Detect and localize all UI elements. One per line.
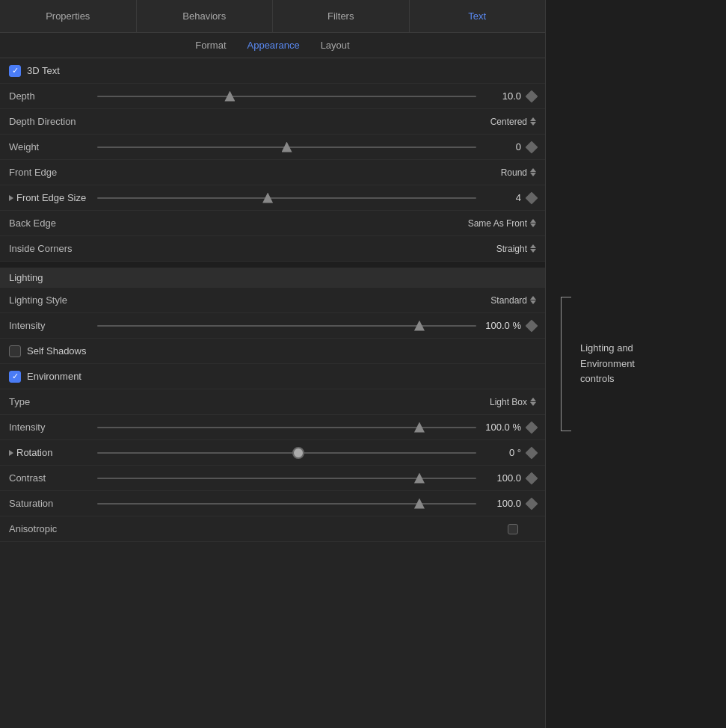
front-edge-up[interactable] [530, 168, 536, 172]
depth-direction-stepper[interactable]: Centered [490, 117, 536, 127]
front-edge-size-keyframe-icon[interactable] [526, 191, 538, 204]
contrast-row: Contrast 100.0 [0, 466, 545, 491]
front-edge-stepper[interactable]: Round [501, 167, 536, 178]
saturation-value[interactable]: 100.0 [482, 498, 521, 509]
env-type-value: Light Box [490, 397, 527, 407]
annotation-line2: Environment [580, 357, 635, 372]
intensity1-value[interactable]: 100.0 % [482, 320, 521, 331]
saturation-row: Saturation 100.0 [0, 491, 545, 516]
top-tab-bar: Properties Behaviors Filters Text [0, 0, 545, 33]
3d-text-label: 3D Text [27, 65, 60, 76]
rotation-keyframe-icon[interactable] [526, 446, 538, 459]
lighting-style-down[interactable] [530, 300, 536, 304]
depth-direction-value: Centered [490, 117, 527, 127]
weight-keyframe-icon[interactable] [526, 141, 538, 153]
back-edge-down[interactable] [530, 223, 536, 227]
self-shadows-checkbox[interactable] [9, 345, 21, 357]
weight-value[interactable]: 0 [482, 141, 521, 152]
weight-slider[interactable] [97, 146, 476, 148]
env-type-down[interactable] [530, 402, 536, 406]
contrast-label: Contrast [9, 472, 91, 484]
front-edge-size-expander[interactable]: Front Edge Size [9, 192, 91, 203]
back-edge-stepper[interactable]: Same As Front [468, 218, 536, 229]
annotation-line3: controls [580, 371, 635, 387]
depth-label: Depth [9, 90, 91, 102]
rotation-value[interactable]: 0 ° [482, 447, 521, 458]
front-edge-down[interactable] [530, 173, 536, 176]
tab-text[interactable]: Text [410, 0, 546, 32]
intensity1-row: Intensity 100.0 % [0, 313, 545, 339]
tab-properties[interactable]: Properties [0, 0, 137, 32]
front-edge-label: Front Edge [9, 167, 91, 178]
lighting-style-stepper[interactable]: Standard [490, 295, 536, 306]
depth-keyframe-icon[interactable] [526, 90, 538, 102]
env-type-stepper[interactable]: Light Box [490, 397, 536, 407]
inside-corners-stepper[interactable]: Straight [496, 244, 536, 254]
lighting-style-up[interactable] [530, 296, 536, 300]
back-edge-value: Same As Front [468, 218, 527, 229]
depth-direction-label: Depth Direction [9, 116, 91, 127]
intensity2-keyframe-icon[interactable] [526, 421, 538, 434]
3d-text-row: 3D Text [0, 58, 545, 84]
contrast-slider[interactable] [97, 478, 476, 479]
annotation-text-block: Lighting and Environment controls [580, 341, 635, 387]
front-edge-size-slider[interactable] [97, 197, 476, 199]
depth-direction-up[interactable] [530, 117, 536, 121]
lighting-section-header: Lighting [0, 268, 545, 288]
sub-tab-bar: Format Appearance Layout [0, 33, 545, 58]
intensity1-keyframe-icon[interactable] [526, 319, 538, 332]
env-type-row: Type Light Box [0, 389, 545, 415]
inside-corners-label: Inside Corners [9, 243, 91, 254]
saturation-label: Saturation [9, 498, 91, 509]
depth-direction-down[interactable] [530, 122, 536, 126]
environment-checkbox[interactable] [9, 371, 21, 383]
intensity2-label: Intensity [9, 422, 91, 433]
front-edge-size-value[interactable]: 4 [482, 192, 521, 203]
rotation-slider[interactable] [97, 452, 476, 454]
lighting-style-label: Lighting Style [9, 294, 91, 306]
depth-direction-row: Depth Direction Centered [0, 109, 545, 135]
inside-corners-up[interactable] [530, 244, 536, 248]
back-edge-up[interactable] [530, 219, 536, 223]
front-edge-size-label: Front Edge Size [16, 192, 86, 203]
weight-row: Weight 0 [0, 135, 545, 160]
tab-behaviors[interactable]: Behaviors [137, 0, 274, 32]
annotation-bracket [561, 297, 571, 431]
properties-panel: Properties Behaviors Filters Text Format… [0, 0, 546, 728]
tab-filters[interactable]: Filters [273, 0, 410, 32]
rotation-triangle-icon [9, 450, 13, 456]
saturation-slider[interactable] [97, 503, 476, 505]
saturation-keyframe-icon[interactable] [526, 497, 538, 510]
intensity2-row: Intensity 100.0 % [0, 415, 545, 440]
environment-label: Environment [27, 371, 81, 382]
weight-label: Weight [9, 141, 91, 152]
lighting-style-row: Lighting Style Standard [0, 288, 545, 313]
anisotropic-checkbox[interactable] [508, 524, 518, 534]
intensity2-value[interactable]: 100.0 % [482, 422, 521, 433]
content-area: 3D Text Depth 10.0 Depth Direction Cente… [0, 58, 545, 728]
3d-text-checkbox[interactable] [9, 65, 21, 77]
subtab-appearance[interactable]: Appearance [246, 37, 301, 54]
annotation-area: Lighting and Environment controls [546, 0, 726, 728]
annotation-line1: Lighting and [580, 341, 635, 357]
depth-value[interactable]: 10.0 [482, 90, 521, 102]
self-shadows-label: Self Shadows [27, 345, 87, 357]
back-edge-row: Back Edge Same As Front [0, 211, 545, 236]
contrast-value[interactable]: 100.0 [482, 472, 521, 484]
spacer-1 [0, 262, 545, 268]
inside-corners-row: Inside Corners Straight [0, 236, 545, 262]
environment-row: Environment [0, 364, 545, 389]
anisotropic-row: Anisotropic [0, 516, 545, 542]
intensity1-slider[interactable] [97, 325, 476, 327]
front-edge-size-row: Front Edge Size 4 [0, 185, 545, 211]
subtab-layout[interactable]: Layout [319, 37, 351, 54]
contrast-keyframe-icon[interactable] [526, 472, 538, 484]
subtab-format[interactable]: Format [194, 37, 227, 54]
depth-slider[interactable] [97, 96, 476, 97]
front-edge-size-triangle-icon [9, 195, 13, 201]
intensity2-slider[interactable] [97, 427, 476, 428]
rotation-expander[interactable]: Rotation [9, 447, 91, 458]
inside-corners-down[interactable] [530, 249, 536, 253]
rotation-label: Rotation [16, 447, 52, 458]
env-type-up[interactable] [530, 398, 536, 401]
